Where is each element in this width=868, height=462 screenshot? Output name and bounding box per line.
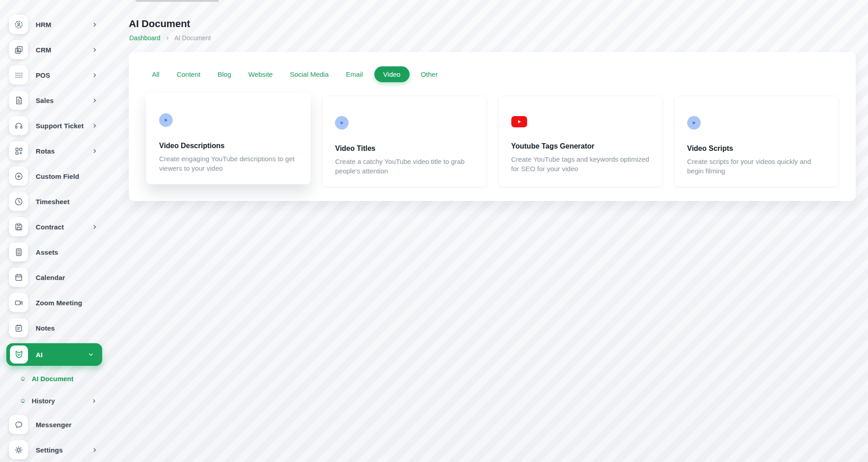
card-youtube-tags-generator[interactable]: Youtube Tags Generator Create YouTube ta… [498, 96, 663, 187]
sidebar-item-label: AI [36, 351, 42, 359]
play-circle-icon [335, 116, 349, 130]
notepad-icon [9, 318, 28, 337]
chevron-right-icon [92, 72, 98, 78]
sidebar-item-notes[interactable]: Notes [0, 315, 108, 341]
calculator-icon [9, 243, 28, 261]
sidebar-item-ai-active[interactable]: AI [6, 343, 102, 366]
sidebar-item-label: Support Ticket [36, 122, 84, 130]
sidebar-item-messenger[interactable]: Messenger [0, 412, 108, 437]
category-tabs: All Content Blog Website Social Media Em… [146, 66, 839, 82]
tab-blog[interactable]: Blog [212, 66, 237, 82]
contacts-icon [9, 40, 28, 59]
clock-icon [9, 192, 28, 211]
card-description: Create a catchy YouTube video title to g… [335, 157, 473, 176]
sidebar-item-crm[interactable]: CRM [0, 37, 108, 62]
tab-content[interactable]: Content [171, 66, 207, 82]
sidebar-item-assets[interactable]: Assets [0, 239, 108, 265]
card-title: Youtube Tags Generator [511, 142, 650, 150]
card-description: Create scripts for your videos quickly a… [687, 157, 826, 176]
ai-document-panel: All Content Blog Website Social Media Em… [129, 52, 856, 201]
sidebar-item-label: Notes [36, 324, 55, 332]
chevron-right-icon [92, 98, 98, 103]
sidebar-item-timesheet[interactable]: Timesheet [0, 189, 108, 214]
ring-bullet-icon [21, 377, 25, 381]
tab-video-active[interactable]: Video [374, 66, 410, 82]
chevron-right-icon [92, 148, 98, 154]
sidebar-item-label: Contract [36, 223, 64, 231]
tab-all[interactable]: All [146, 66, 165, 82]
card-video-scripts[interactable]: Video Scripts Create scripts for your vi… [674, 96, 839, 187]
circle-plus-icon [9, 167, 28, 186]
sidebar-item-sales[interactable]: Sales [0, 88, 108, 113]
card-description: Create YouTube tags and keywords optimiz… [511, 154, 650, 174]
breadcrumb-chevron-icon [165, 36, 170, 41]
chevron-right-icon [92, 47, 98, 53]
card-title: Video Scripts [687, 145, 826, 153]
youtube-icon [511, 116, 527, 127]
ring-bullet-icon [21, 399, 25, 403]
sidebar-item-label: POS [36, 71, 50, 79]
sidebar-item-custom-field[interactable]: Custom Field [0, 163, 108, 189]
play-circle-icon [687, 116, 701, 130]
floppy-disk-icon [9, 217, 28, 236]
tab-website[interactable]: Website [242, 66, 278, 82]
card-description: Create engaging YouTube descriptions to … [159, 154, 297, 173]
video-camera-icon [9, 293, 28, 312]
sidebar-item-pos[interactable]: POS [0, 62, 108, 88]
sidebar-item-zoom-meeting[interactable]: Zoom Meeting [0, 290, 108, 315]
sidebar-item-label: Messenger [36, 421, 71, 429]
chevron-right-icon [92, 224, 98, 230]
sidebar-subitem-history[interactable]: History [0, 390, 108, 412]
sidebar-item-rotas[interactable]: Rotas [0, 138, 108, 163]
headphones-icon [9, 116, 28, 135]
document-icon [9, 91, 28, 110]
grid-plus-icon [9, 141, 28, 160]
user-focus-icon [9, 15, 28, 34]
dots-grid-icon [9, 65, 28, 84]
calendar-icon [9, 268, 28, 287]
sidebar-item-label: Settings [36, 446, 63, 454]
play-circle-icon [159, 113, 173, 127]
sidebar-item-label: Rotas [36, 147, 55, 155]
sidebar-item-support-ticket[interactable]: Support Ticket [0, 113, 108, 138]
template-cards: Video Descriptions Create engaging YouTu… [146, 96, 839, 187]
sidebar-item-label: Assets [36, 248, 58, 256]
sidebar-item-label: HRM [36, 21, 51, 28]
sidebar-subitem-label: AI Document [32, 375, 74, 383]
sidebar-item-label: Custom Field [36, 173, 79, 180]
chevron-down-icon [88, 351, 94, 358]
chevron-right-icon [92, 22, 98, 28]
sidebar-subitem-ai-document[interactable]: AI Document [0, 368, 108, 390]
sidebar-item-settings[interactable]: Settings [0, 437, 108, 462]
sidebar-item-hrm[interactable]: HRM [0, 12, 108, 37]
card-title: Video Descriptions [159, 142, 297, 150]
fox-head-icon [10, 345, 28, 364]
breadcrumb: Dashboard AI Document [108, 30, 868, 42]
chevron-right-icon [92, 123, 98, 129]
chevron-right-icon [91, 398, 97, 404]
card-video-descriptions[interactable]: Video Descriptions Create engaging YouTu… [146, 93, 311, 184]
breadcrumb-current: AI Document [175, 34, 211, 42]
sidebar: HRM CRM POS Sales [0, 0, 108, 462]
breadcrumb-dashboard-link[interactable]: Dashboard [129, 34, 160, 42]
chevron-right-icon [92, 447, 98, 453]
sidebar-item-label: Calendar [36, 274, 65, 281]
card-title: Video Titles [335, 145, 473, 153]
sidebar-item-calendar[interactable]: Calendar [0, 265, 108, 290]
chat-bubble-icon [9, 415, 28, 434]
sidebar-item-contract[interactable]: Contract [0, 214, 108, 239]
sidebar-item-label: CRM [36, 46, 51, 54]
sidebar-item-label: Sales [36, 97, 54, 104]
tab-email[interactable]: Email [340, 66, 369, 82]
gear-icon [9, 440, 28, 459]
card-video-titles[interactable]: Video Titles Create a catchy YouTube vid… [322, 96, 486, 187]
sidebar-item-label: Zoom Meeting [36, 299, 82, 307]
main-content: AI Document Dashboard AI Document All Co… [108, 0, 868, 462]
page-title: AI Document [108, 0, 868, 30]
sidebar-item-label: Timesheet [36, 198, 70, 205]
tab-social-media[interactable]: Social Media [284, 66, 335, 82]
sidebar-subitem-label: History [32, 397, 55, 405]
tab-other[interactable]: Other [415, 66, 444, 82]
